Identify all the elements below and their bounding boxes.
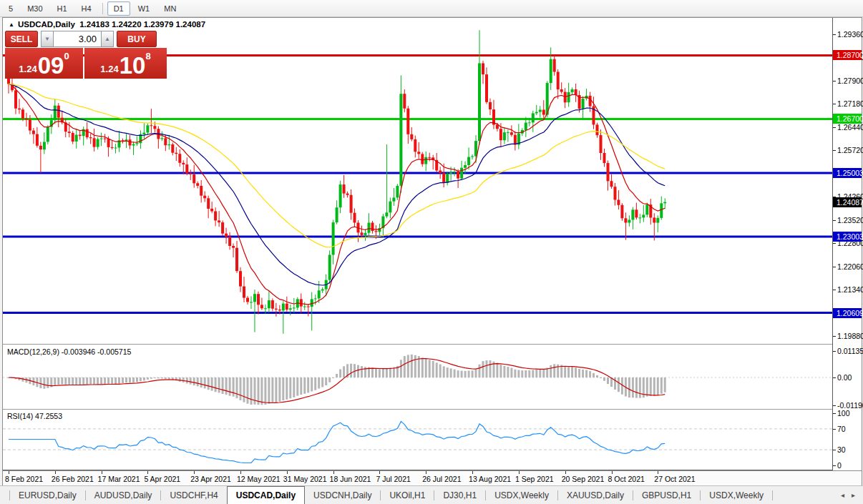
chart-tab-usdchf[interactable]: USDCHF,H4 — [161, 486, 226, 504]
chart-tab-usdcnh[interactable]: USDCNH,Daily — [305, 486, 380, 504]
candle-body — [178, 154, 181, 163]
macd-bar — [89, 377, 92, 385]
axis-tick — [833, 34, 836, 35]
macd-bar — [382, 369, 384, 377]
date-tick — [472, 471, 473, 474]
date-tick-label: 8 Feb 2021 — [5, 475, 43, 483]
candle-body — [160, 138, 163, 139]
chart-tab-usdx[interactable]: USDX,Weekly — [701, 486, 772, 504]
candle-body — [282, 304, 285, 311]
price-tick-label: 1.25720 — [837, 146, 863, 154]
axis-tick — [833, 243, 836, 244]
volume-decrease-button[interactable]: ▼ — [41, 31, 54, 47]
macd-bar — [607, 377, 609, 384]
candle-body — [43, 142, 46, 150]
candle-body — [89, 137, 92, 138]
buy-price-big: 10 — [120, 55, 146, 76]
axis-tick — [833, 290, 836, 290]
chart-plot-area[interactable] — [3, 18, 833, 470]
candle-body — [375, 231, 378, 232]
macd-bar — [278, 377, 281, 402]
candle-body — [336, 207, 338, 222]
chart-tab-dj30[interactable]: DJ30,H1 — [434, 486, 485, 504]
macd-bar — [321, 377, 323, 387]
macd-bar — [660, 377, 663, 394]
one-click-trading-panel: SELL ▼ 3.00 ▲ BUY 1.24 09 0 1.24 10 8 — [5, 31, 170, 79]
timeframe-button-m30[interactable]: M30 — [21, 1, 49, 16]
chart-tab-eurusd[interactable]: EURUSD,Daily — [10, 486, 85, 504]
candle-body — [478, 64, 481, 142]
candle-body — [439, 171, 442, 174]
sell-button[interactable]: SELL — [5, 31, 38, 47]
candle-body — [582, 99, 585, 109]
candle-body — [214, 212, 217, 221]
date-axis[interactable]: 8 Feb 202126 Feb 202117 Mar 20215 Apr 20… — [3, 470, 862, 486]
candle-body — [396, 186, 399, 198]
candle-body — [111, 147, 114, 148]
macd-bar — [475, 370, 477, 377]
timeframe-button-mn[interactable]: MN — [157, 1, 182, 16]
macd-bar — [639, 377, 641, 398]
macd-bar — [204, 377, 206, 388]
timeframe-button-h1[interactable]: H1 — [51, 1, 74, 16]
tab-scroll-right-icon[interactable]: ▸ — [848, 491, 859, 499]
level-price-label[interactable]: 1.25003 — [833, 168, 862, 178]
macd-bar — [136, 377, 138, 382]
trade-panel-prices: 1.24 09 0 1.24 10 8 — [5, 48, 170, 79]
macd-bar — [600, 377, 602, 378]
sell-price-button[interactable]: 1.24 09 0 — [5, 48, 83, 79]
level-price-label[interactable]: 1.20609 — [833, 308, 862, 318]
level-price-label[interactable]: 1.26700 — [833, 114, 862, 124]
macd-bar — [443, 366, 445, 377]
chart-tab-xauusd[interactable]: XAUUSD,Daily — [558, 486, 633, 504]
candle-body — [167, 144, 170, 145]
candle-body — [150, 125, 152, 126]
level-price-label[interactable]: 1.23003 — [833, 232, 862, 242]
date-tick — [287, 471, 288, 474]
chart-tab-usdx[interactable]: USDX,Weekly — [486, 486, 557, 504]
chart-tab-usdcad[interactable]: USDCAD,Daily — [227, 486, 305, 504]
timeframe-button-h4[interactable]: H4 — [75, 1, 98, 16]
macd-bar — [375, 369, 377, 377]
candle-body — [239, 271, 242, 286]
timeframe-button-d1[interactable]: D1 — [107, 1, 130, 16]
candle-body — [550, 59, 552, 83]
tab-scroll-left-icon[interactable]: ◂ — [837, 491, 848, 499]
volume-increase-button[interactable]: ▲ — [101, 31, 114, 47]
macd-bar — [211, 377, 213, 391]
axis-tick — [833, 220, 836, 221]
candle-body — [596, 124, 599, 135]
candle-body — [620, 205, 623, 219]
macd-bar — [603, 377, 605, 381]
chart-background — [3, 18, 833, 470]
timeframe-button-w1[interactable]: W1 — [132, 1, 157, 16]
candle-body — [528, 122, 531, 123]
candle-body — [371, 223, 374, 232]
candle-body — [332, 222, 335, 255]
chart-tab-ukoil[interactable]: UKOil,H1 — [381, 486, 434, 504]
macd-bar — [575, 367, 577, 377]
timeframe-button-5[interactable]: 5 — [2, 1, 19, 16]
buy-button[interactable]: BUY — [117, 31, 157, 47]
price-tick-label: 1.21340 — [837, 285, 863, 294]
price-axis[interactable]: 1.293601.286401.279001.271801.264401.257… — [833, 18, 862, 470]
macd-bar — [140, 377, 142, 381]
level-price-label[interactable]: 1.28700 — [833, 50, 862, 60]
macd-bar — [318, 377, 320, 389]
macd-bar — [429, 360, 431, 377]
axis-tick — [833, 413, 836, 414]
axis-tick — [833, 429, 836, 430]
date-tick — [333, 471, 334, 474]
buy-price-button[interactable]: 1.24 10 8 — [84, 48, 167, 79]
macd-bar — [457, 370, 459, 377]
candle-body — [489, 102, 492, 109]
axis-tick — [833, 336, 836, 337]
candle-body — [542, 110, 545, 115]
macd-bar — [489, 360, 492, 377]
date-tick — [55, 471, 56, 474]
chart-tab-audusd[interactable]: AUDUSD,Daily — [86, 486, 161, 504]
chart-tab-gbpusd[interactable]: GBPUSD,H1 — [633, 486, 700, 504]
expand-chart-icon[interactable]: ▲ — [9, 21, 14, 28]
volume-input[interactable]: 3.00 — [54, 31, 101, 47]
candle-body — [225, 234, 228, 237]
